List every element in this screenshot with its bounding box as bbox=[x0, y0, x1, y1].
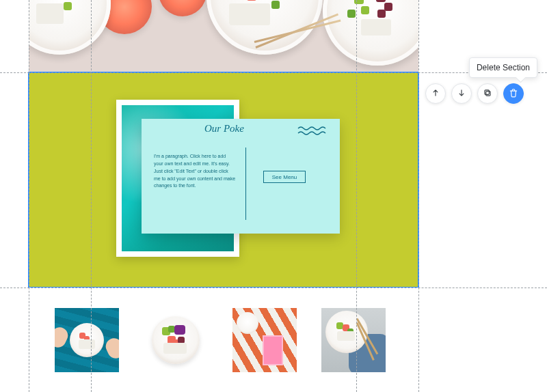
arrow-down-icon bbox=[457, 88, 466, 100]
wave-icon bbox=[297, 126, 330, 138]
postcard-paragraph[interactable]: I'm a paragraph. Click here to add your … bbox=[154, 153, 236, 190]
arrow-up-icon bbox=[431, 88, 440, 100]
gallery-thumb[interactable] bbox=[321, 308, 386, 372]
move-up-button[interactable] bbox=[425, 83, 446, 104]
gallery-thumb[interactable] bbox=[232, 308, 297, 372]
editor-canvas: Our Poke I'm a paragraph. Click here to … bbox=[0, 0, 547, 392]
svg-rect-0 bbox=[486, 91, 490, 95]
selected-section[interactable]: Our Poke I'm a paragraph. Click here to … bbox=[29, 72, 418, 288]
svg-rect-1 bbox=[485, 89, 489, 94]
gallery-thumb[interactable] bbox=[55, 308, 119, 372]
postcard-title[interactable]: Our Poke bbox=[204, 123, 244, 135]
gallery-thumb[interactable] bbox=[144, 308, 208, 372]
section-toolbar bbox=[425, 83, 524, 104]
duplicate-button[interactable] bbox=[477, 83, 498, 104]
postcard[interactable]: Our Poke I'm a paragraph. Click here to … bbox=[142, 119, 340, 234]
postcard-divider bbox=[245, 148, 246, 220]
trash-icon bbox=[509, 88, 518, 100]
delete-button[interactable] bbox=[503, 83, 524, 104]
gallery-section[interactable] bbox=[29, 288, 418, 392]
move-down-button[interactable] bbox=[451, 83, 472, 104]
duplicate-icon bbox=[483, 88, 492, 100]
hero-image-section[interactable] bbox=[29, 0, 418, 72]
see-menu-button[interactable]: See Menu bbox=[263, 171, 306, 183]
delete-section-tooltip: Delete Section bbox=[469, 57, 537, 78]
